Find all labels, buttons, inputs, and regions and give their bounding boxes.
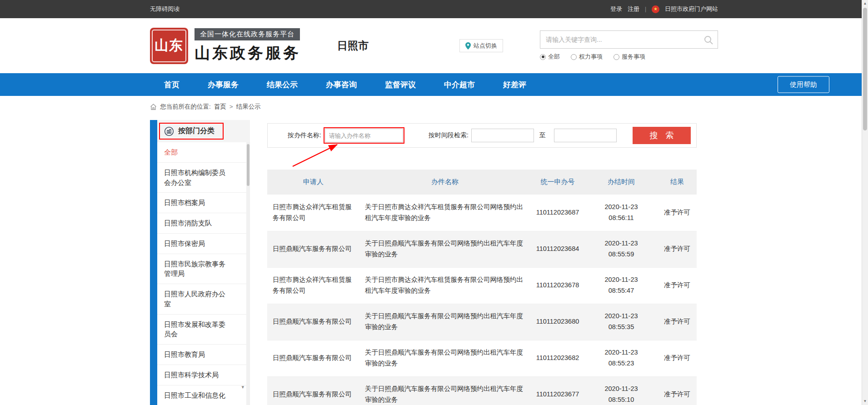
nav-item-results[interactable]: 结果公示 <box>253 73 312 96</box>
cell-finish-time: 2020-11-23 08:55:35 <box>585 304 658 340</box>
breadcrumb-home-link[interactable]: 首页 <box>214 103 226 111</box>
scope-label: 权力事项 <box>579 53 603 61</box>
start-date-input[interactable] <box>471 129 534 142</box>
nav-item-consultation[interactable]: 办事咨询 <box>312 73 371 96</box>
finish-date: 2020-11-23 <box>590 275 652 285</box>
breadcrumb-separator: > <box>229 103 233 110</box>
site-switch-label: 站点切换 <box>474 42 497 50</box>
cell-apply-id: 110112023687 <box>530 195 585 231</box>
home-icon <box>150 104 157 110</box>
sidebar-item[interactable]: 日照市保密局 <box>157 234 250 254</box>
cell-applicant: 日照鼎顺汽车服务有限公司 <box>267 340 359 376</box>
to-label: 至 <box>539 131 546 140</box>
scope-label: 服务事项 <box>622 53 645 61</box>
keyword-search-box <box>540 30 718 49</box>
nav-item-review[interactable]: 好差评 <box>489 73 540 96</box>
department-sidebar: 按部门分类 全部 日照市机构编制委员会办公室 日照市档案局 日照市消防支队 日照… <box>150 120 250 405</box>
nav-item-supervision[interactable]: 监督评议 <box>371 73 430 96</box>
sidebar-scrollbar[interactable] <box>246 142 250 405</box>
site-header: 山东 全国一体化在线政务服务平台 山东政务服务 日照市 站点切换 <box>0 18 868 73</box>
radio-icon <box>571 54 577 60</box>
item-name-input[interactable] <box>325 129 403 142</box>
site-switch-button[interactable]: 站点切换 <box>459 39 503 52</box>
city-name: 日照市 <box>337 39 369 53</box>
finish-clock: 08:55:35 <box>590 322 652 333</box>
national-emblem-icon: ★ <box>652 5 659 13</box>
scope-radio-all[interactable]: 全部 <box>540 53 560 61</box>
scope-radio-service-items[interactable]: 服务事项 <box>614 53 645 61</box>
cell-apply-id: 110112023678 <box>530 267 585 304</box>
table-row: 日照市腾达众祥汽车租赁服务有限公司 关于日照市腾达众祥汽车租赁服务有限公司网络预… <box>267 195 697 231</box>
sidebar-header: 按部门分类 <box>157 120 250 142</box>
cell-item-name: 关于日照鼎顺汽车服务有限公司网络预约出租汽车年度审验的业务 <box>359 376 530 405</box>
col-header-apply-id: 统一申办号 <box>530 170 585 195</box>
cell-finish-time: 2020-11-23 08:56:11 <box>585 195 658 231</box>
page-content: 按部门分类 全部 日照市机构编制委员会办公室 日照市档案局 日照市消防支队 日照… <box>0 117 868 405</box>
sidebar-item[interactable]: 日照市人民政府办公室 <box>157 284 250 315</box>
sidebar-item[interactable]: 日照市民族宗教事务管理局 <box>157 254 250 285</box>
table-row: 日照鼎顺汽车服务有限公司 关于日照鼎顺汽车服务有限公司网络预约出租汽车年度审验的… <box>267 304 697 340</box>
nav-item-home[interactable]: 首页 <box>150 73 194 96</box>
nav-item-services[interactable]: 办事服务 <box>194 73 253 96</box>
finish-clock: 08:55:47 <box>590 285 652 296</box>
sidebar-item[interactable]: 日照市科学技术局 <box>157 365 250 385</box>
cell-result: 准予许可 <box>658 267 697 304</box>
col-header-finish-time: 办结时间 <box>585 170 658 195</box>
table-row: 日照鼎顺汽车服务有限公司 关于日照鼎顺汽车服务有限公司网络预约出租汽车年度审验的… <box>267 231 697 267</box>
cell-result: 准予许可 <box>658 376 697 405</box>
filter-bar: 按办件名称: 按时间段检索: 至 搜 索 <box>267 123 697 148</box>
cell-result: 准予许可 <box>658 231 697 267</box>
sidebar-item[interactable]: 日照市工业和信息化 <box>157 385 250 405</box>
location-pin-icon <box>465 42 471 50</box>
register-link[interactable]: 注册 <box>628 5 639 13</box>
keyword-search-input[interactable] <box>540 36 718 43</box>
end-date-input[interactable] <box>554 129 617 142</box>
finish-clock: 08:55:23 <box>590 358 652 369</box>
finish-date: 2020-11-23 <box>590 311 652 322</box>
cell-result: 准予许可 <box>658 340 697 376</box>
page-scrollbar-thumb[interactable] <box>863 8 867 130</box>
cell-finish-time: 2020-11-23 08:55:47 <box>585 267 658 304</box>
scope-radio-power-items[interactable]: 权力事项 <box>571 53 603 61</box>
sidebar-item[interactable]: 日照市档案局 <box>157 193 250 213</box>
sidebar-scrollbar-thumb[interactable] <box>247 144 249 186</box>
col-header-applicant: 申请人 <box>267 170 359 195</box>
finish-clock: 08:56:11 <box>590 213 652 224</box>
sidebar-item[interactable]: 日照市教育局 <box>157 345 250 365</box>
sidebar-item[interactable]: 日照市消防支队 <box>157 213 250 234</box>
results-table: 申请人 办件名称 统一申办号 办结时间 结果 日照市腾达众祥汽车租赁服务有限公司… <box>267 170 697 405</box>
item-name-label: 按办件名称: <box>288 131 321 140</box>
cell-apply-id: 110112023682 <box>530 340 585 376</box>
nav-item-intermediary[interactable]: 中介超市 <box>430 73 489 96</box>
cell-finish-time: 2020-11-23 08:55:59 <box>585 231 658 267</box>
sidebar-title: 按部门分类 <box>178 126 215 136</box>
cell-applicant: 日照鼎顺汽车服务有限公司 <box>267 304 359 340</box>
page-scrollbar[interactable]: ▲ ▼ <box>862 0 868 405</box>
sidebar-item-all[interactable]: 全部 <box>157 142 250 163</box>
results-main: 按办件名称: 按时间段检索: 至 搜 索 <box>267 120 697 405</box>
cell-item-name: 关于日照鼎顺汽车服务有限公司网络预约出租汽车年度审验的业务 <box>359 340 530 376</box>
cell-apply-id: 110112023684 <box>530 231 585 267</box>
login-link[interactable]: 登录 <box>610 5 622 13</box>
chevron-down-icon[interactable]: ▾ <box>241 385 244 390</box>
scope-label: 全部 <box>548 53 560 61</box>
platform-badge: 全国一体化在线政务服务平台 <box>195 28 300 40</box>
table-row: 日照鼎顺汽车服务有限公司 关于日照鼎顺汽车服务有限公司网络预约出租汽车年度审验的… <box>267 376 697 405</box>
accessibility-link[interactable]: 无障碍阅读 <box>150 5 180 13</box>
help-button[interactable]: 使用帮助 <box>778 76 829 93</box>
cell-result: 准予许可 <box>658 195 697 231</box>
radio-icon <box>614 54 619 60</box>
search-button[interactable]: 搜 索 <box>633 127 691 144</box>
portal-link[interactable]: 日照市政府门户网站 <box>665 5 718 13</box>
col-header-item-name: 办件名称 <box>359 170 530 195</box>
sidebar-item[interactable]: 日照市发展和改革委员会 <box>157 315 250 345</box>
radio-selected-icon <box>540 54 546 60</box>
sidebar-accent-bar <box>150 120 157 405</box>
main-navigation: 首页 办事服务 结果公示 办事咨询 监督评议 中介超市 好差评 使用帮助 <box>0 73 868 96</box>
scroll-up-icon[interactable]: ▲ <box>862 2 868 5</box>
cell-finish-time: 2020-11-23 08:55:10 <box>585 376 658 405</box>
search-icon[interactable] <box>703 35 713 45</box>
cell-finish-time: 2020-11-23 08:55:23 <box>585 340 658 376</box>
sidebar-item[interactable]: 日照市机构编制委员会办公室 <box>157 163 250 193</box>
scroll-down-icon[interactable]: ▼ <box>862 400 868 403</box>
